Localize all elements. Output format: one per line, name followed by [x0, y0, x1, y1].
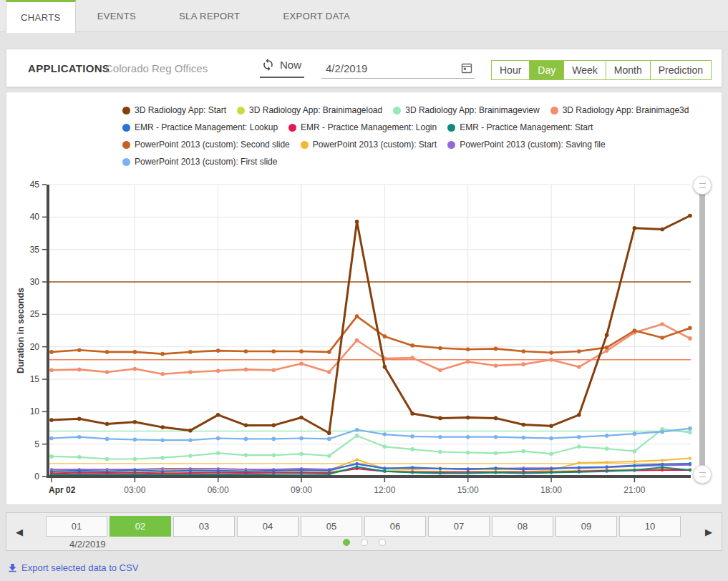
download-icon: [7, 562, 18, 573]
pager-dots: [6, 539, 722, 546]
tab-sla-report[interactable]: SLA REPORT: [157, 0, 261, 31]
export-csv-label: Export selected data to CSV: [21, 562, 138, 573]
svg-text:12:00: 12:00: [374, 485, 395, 495]
range-button-week[interactable]: Week: [563, 61, 606, 79]
svg-text:40: 40: [30, 212, 40, 222]
chart-zoom-scrollbar-bottom-handle[interactable]: [693, 465, 712, 484]
day-pagination-bar: ◀ 01020304050607080910 ▶ 4/2/2019: [6, 512, 722, 551]
pager-dot-3[interactable]: [379, 539, 386, 546]
applications-value: Colorado Reg Offices: [105, 62, 208, 74]
top-tab-bar: CHARTSEVENTSSLA REPORTEXPORT DATA: [0, 0, 728, 32]
filter-header-card: APPLICATIONS Colorado Reg Offices Now 4/…: [6, 49, 722, 87]
svg-text:30: 30: [30, 277, 40, 287]
svg-text:5: 5: [34, 439, 39, 449]
svg-text:03:00: 03:00: [124, 485, 145, 495]
svg-text:45: 45: [30, 180, 40, 190]
range-button-month[interactable]: Month: [606, 61, 650, 79]
day-button-05[interactable]: 05: [301, 516, 362, 537]
pager-dot-2[interactable]: [361, 539, 368, 546]
svg-text:0: 0: [34, 472, 39, 482]
range-button-day[interactable]: Day: [529, 61, 563, 79]
pager-dot-1[interactable]: [343, 539, 350, 546]
svg-text:18:00: 18:00: [540, 485, 562, 495]
date-input-value: 4/2/2019: [321, 62, 367, 74]
apm-dashboard: CHARTSEVENTSSLA REPORTEXPORT DATA APPLIC…: [0, 0, 728, 581]
day-button-04[interactable]: 04: [237, 516, 299, 537]
day-button-10[interactable]: 10: [619, 516, 681, 537]
svg-text:06:00: 06:00: [208, 485, 229, 495]
day-button-09[interactable]: 09: [555, 516, 617, 537]
grip-equals-icon: [699, 472, 706, 477]
applications-label: APPLICATIONS: [28, 62, 110, 74]
calendar-icon[interactable]: [460, 62, 475, 74]
svg-text:35: 35: [30, 245, 40, 255]
date-input[interactable]: 4/2/2019: [321, 58, 475, 79]
day-button-07[interactable]: 07: [428, 516, 490, 537]
chart-zoom-scrollbar-top-handle[interactable]: [693, 176, 712, 195]
day-button-02[interactable]: 02: [110, 516, 171, 537]
svg-text:15:00: 15:00: [457, 485, 479, 495]
range-button-hour[interactable]: Hour: [492, 61, 529, 79]
day-button-06[interactable]: 06: [364, 516, 426, 537]
refresh-icon: [261, 58, 275, 72]
range-button-prediction[interactable]: Prediction: [650, 61, 711, 79]
chart-zoom-scrollbar-track: [699, 185, 705, 474]
tab-charts[interactable]: CHARTS: [6, 0, 76, 33]
svg-text:Duration in seconds: Duration in seconds: [16, 288, 26, 374]
day-button-01[interactable]: 01: [46, 516, 107, 537]
chart-card: 3D Radiology App: Start3D Radiology App:…: [6, 92, 722, 505]
svg-text:09:00: 09:00: [291, 485, 312, 495]
grip-equals-icon: [699, 183, 706, 188]
refresh-now-button[interactable]: Now: [260, 58, 304, 78]
day-button-03[interactable]: 03: [173, 516, 235, 537]
now-button-label: Now: [280, 59, 301, 71]
day-button-08[interactable]: 08: [492, 516, 553, 537]
day-button-row: 01020304050607080910: [46, 516, 681, 537]
time-range-button-group: HourDayWeekMonthPrediction: [491, 60, 712, 80]
tab-export-data[interactable]: EXPORT DATA: [261, 0, 372, 31]
svg-text:Apr 02: Apr 02: [49, 485, 76, 495]
svg-text:10: 10: [30, 406, 40, 416]
svg-text:25: 25: [30, 309, 40, 319]
svg-text:21:00: 21:00: [623, 485, 645, 495]
tab-events[interactable]: EVENTS: [76, 0, 157, 31]
svg-text:15: 15: [30, 374, 40, 384]
svg-text:20: 20: [30, 342, 40, 352]
duration-line-chart[interactable]: 051015202530354045Apr 0203:0006:0009:001…: [6, 92, 722, 504]
export-csv-link[interactable]: Export selected data to CSV: [7, 562, 138, 573]
